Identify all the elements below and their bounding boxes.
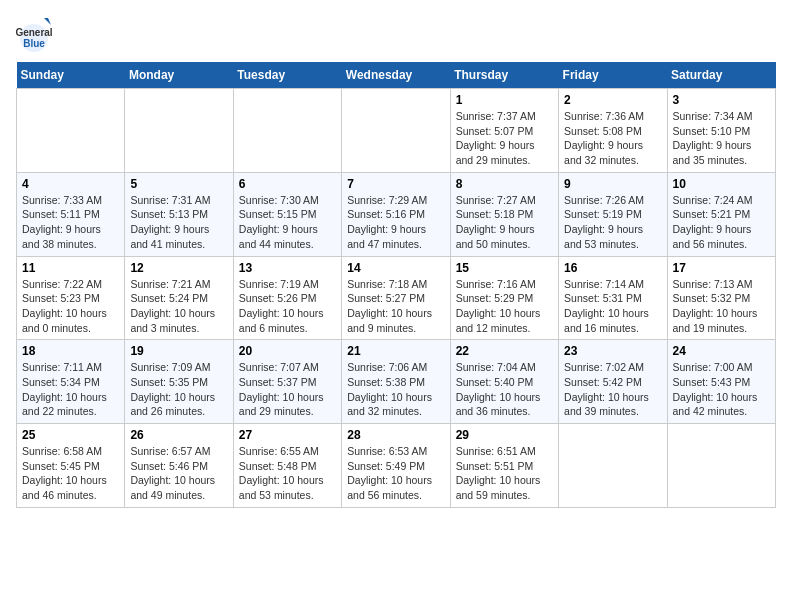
calendar-cell: 2Sunrise: 7:36 AM Sunset: 5:08 PM Daylig… bbox=[559, 89, 667, 173]
day-info: Sunrise: 7:11 AM Sunset: 5:34 PM Dayligh… bbox=[22, 360, 119, 419]
day-number: 11 bbox=[22, 261, 119, 275]
day-number: 8 bbox=[456, 177, 553, 191]
calendar-week-2: 4Sunrise: 7:33 AM Sunset: 5:11 PM Daylig… bbox=[17, 172, 776, 256]
day-number: 4 bbox=[22, 177, 119, 191]
calendar-cell: 16Sunrise: 7:14 AM Sunset: 5:31 PM Dayli… bbox=[559, 256, 667, 340]
logo-container: General Blue bbox=[16, 16, 52, 52]
col-header-tuesday: Tuesday bbox=[233, 62, 341, 89]
day-info: Sunrise: 6:58 AM Sunset: 5:45 PM Dayligh… bbox=[22, 444, 119, 503]
calendar-week-3: 11Sunrise: 7:22 AM Sunset: 5:23 PM Dayli… bbox=[17, 256, 776, 340]
day-info: Sunrise: 7:29 AM Sunset: 5:16 PM Dayligh… bbox=[347, 193, 444, 252]
calendar-table: SundayMondayTuesdayWednesdayThursdayFrid… bbox=[16, 62, 776, 508]
day-info: Sunrise: 7:07 AM Sunset: 5:37 PM Dayligh… bbox=[239, 360, 336, 419]
day-info: Sunrise: 6:53 AM Sunset: 5:49 PM Dayligh… bbox=[347, 444, 444, 503]
day-number: 14 bbox=[347, 261, 444, 275]
day-number: 13 bbox=[239, 261, 336, 275]
col-header-monday: Monday bbox=[125, 62, 233, 89]
day-info: Sunrise: 7:26 AM Sunset: 5:19 PM Dayligh… bbox=[564, 193, 661, 252]
svg-text:Blue: Blue bbox=[23, 38, 45, 49]
calendar-cell: 17Sunrise: 7:13 AM Sunset: 5:32 PM Dayli… bbox=[667, 256, 775, 340]
col-header-wednesday: Wednesday bbox=[342, 62, 450, 89]
day-number: 16 bbox=[564, 261, 661, 275]
calendar-week-1: 1Sunrise: 7:37 AM Sunset: 5:07 PM Daylig… bbox=[17, 89, 776, 173]
calendar-cell: 14Sunrise: 7:18 AM Sunset: 5:27 PM Dayli… bbox=[342, 256, 450, 340]
day-info: Sunrise: 7:34 AM Sunset: 5:10 PM Dayligh… bbox=[673, 109, 770, 168]
calendar-cell: 22Sunrise: 7:04 AM Sunset: 5:40 PM Dayli… bbox=[450, 340, 558, 424]
calendar-week-5: 25Sunrise: 6:58 AM Sunset: 5:45 PM Dayli… bbox=[17, 424, 776, 508]
day-info: Sunrise: 6:55 AM Sunset: 5:48 PM Dayligh… bbox=[239, 444, 336, 503]
day-info: Sunrise: 7:19 AM Sunset: 5:26 PM Dayligh… bbox=[239, 277, 336, 336]
day-number: 3 bbox=[673, 93, 770, 107]
day-number: 22 bbox=[456, 344, 553, 358]
day-number: 9 bbox=[564, 177, 661, 191]
day-number: 27 bbox=[239, 428, 336, 442]
logo: General Blue bbox=[16, 16, 52, 52]
calendar-cell: 21Sunrise: 7:06 AM Sunset: 5:38 PM Dayli… bbox=[342, 340, 450, 424]
day-info: Sunrise: 7:22 AM Sunset: 5:23 PM Dayligh… bbox=[22, 277, 119, 336]
calendar-cell bbox=[125, 89, 233, 173]
day-info: Sunrise: 7:37 AM Sunset: 5:07 PM Dayligh… bbox=[456, 109, 553, 168]
calendar-cell: 26Sunrise: 6:57 AM Sunset: 5:46 PM Dayli… bbox=[125, 424, 233, 508]
day-info: Sunrise: 7:31 AM Sunset: 5:13 PM Dayligh… bbox=[130, 193, 227, 252]
calendar-cell: 10Sunrise: 7:24 AM Sunset: 5:21 PM Dayli… bbox=[667, 172, 775, 256]
day-number: 5 bbox=[130, 177, 227, 191]
day-number: 24 bbox=[673, 344, 770, 358]
calendar-cell: 4Sunrise: 7:33 AM Sunset: 5:11 PM Daylig… bbox=[17, 172, 125, 256]
day-number: 15 bbox=[456, 261, 553, 275]
calendar-cell bbox=[342, 89, 450, 173]
calendar-header-row: SundayMondayTuesdayWednesdayThursdayFrid… bbox=[17, 62, 776, 89]
day-info: Sunrise: 7:02 AM Sunset: 5:42 PM Dayligh… bbox=[564, 360, 661, 419]
calendar-cell: 20Sunrise: 7:07 AM Sunset: 5:37 PM Dayli… bbox=[233, 340, 341, 424]
calendar-cell: 27Sunrise: 6:55 AM Sunset: 5:48 PM Dayli… bbox=[233, 424, 341, 508]
day-number: 17 bbox=[673, 261, 770, 275]
col-header-thursday: Thursday bbox=[450, 62, 558, 89]
calendar-cell: 25Sunrise: 6:58 AM Sunset: 5:45 PM Dayli… bbox=[17, 424, 125, 508]
day-info: Sunrise: 6:51 AM Sunset: 5:51 PM Dayligh… bbox=[456, 444, 553, 503]
day-info: Sunrise: 7:27 AM Sunset: 5:18 PM Dayligh… bbox=[456, 193, 553, 252]
col-header-saturday: Saturday bbox=[667, 62, 775, 89]
calendar-cell: 11Sunrise: 7:22 AM Sunset: 5:23 PM Dayli… bbox=[17, 256, 125, 340]
calendar-cell: 8Sunrise: 7:27 AM Sunset: 5:18 PM Daylig… bbox=[450, 172, 558, 256]
day-number: 25 bbox=[22, 428, 119, 442]
calendar-cell: 19Sunrise: 7:09 AM Sunset: 5:35 PM Dayli… bbox=[125, 340, 233, 424]
day-info: Sunrise: 7:14 AM Sunset: 5:31 PM Dayligh… bbox=[564, 277, 661, 336]
svg-marker-3 bbox=[44, 18, 51, 25]
day-info: Sunrise: 7:13 AM Sunset: 5:32 PM Dayligh… bbox=[673, 277, 770, 336]
day-info: Sunrise: 7:06 AM Sunset: 5:38 PM Dayligh… bbox=[347, 360, 444, 419]
day-number: 1 bbox=[456, 93, 553, 107]
day-number: 29 bbox=[456, 428, 553, 442]
calendar-cell: 13Sunrise: 7:19 AM Sunset: 5:26 PM Dayli… bbox=[233, 256, 341, 340]
day-info: Sunrise: 7:36 AM Sunset: 5:08 PM Dayligh… bbox=[564, 109, 661, 168]
day-info: Sunrise: 7:16 AM Sunset: 5:29 PM Dayligh… bbox=[456, 277, 553, 336]
day-info: Sunrise: 6:57 AM Sunset: 5:46 PM Dayligh… bbox=[130, 444, 227, 503]
day-number: 10 bbox=[673, 177, 770, 191]
day-number: 19 bbox=[130, 344, 227, 358]
day-info: Sunrise: 7:33 AM Sunset: 5:11 PM Dayligh… bbox=[22, 193, 119, 252]
page-header: General Blue bbox=[16, 16, 776, 52]
day-number: 18 bbox=[22, 344, 119, 358]
day-number: 7 bbox=[347, 177, 444, 191]
day-number: 28 bbox=[347, 428, 444, 442]
calendar-cell bbox=[17, 89, 125, 173]
day-number: 20 bbox=[239, 344, 336, 358]
calendar-cell: 9Sunrise: 7:26 AM Sunset: 5:19 PM Daylig… bbox=[559, 172, 667, 256]
calendar-cell: 15Sunrise: 7:16 AM Sunset: 5:29 PM Dayli… bbox=[450, 256, 558, 340]
day-info: Sunrise: 7:24 AM Sunset: 5:21 PM Dayligh… bbox=[673, 193, 770, 252]
calendar-cell bbox=[559, 424, 667, 508]
day-info: Sunrise: 7:04 AM Sunset: 5:40 PM Dayligh… bbox=[456, 360, 553, 419]
day-number: 6 bbox=[239, 177, 336, 191]
calendar-cell: 7Sunrise: 7:29 AM Sunset: 5:16 PM Daylig… bbox=[342, 172, 450, 256]
calendar-cell: 3Sunrise: 7:34 AM Sunset: 5:10 PM Daylig… bbox=[667, 89, 775, 173]
day-number: 23 bbox=[564, 344, 661, 358]
day-number: 26 bbox=[130, 428, 227, 442]
calendar-cell: 24Sunrise: 7:00 AM Sunset: 5:43 PM Dayli… bbox=[667, 340, 775, 424]
day-info: Sunrise: 7:00 AM Sunset: 5:43 PM Dayligh… bbox=[673, 360, 770, 419]
svg-text:General: General bbox=[16, 27, 52, 38]
day-number: 2 bbox=[564, 93, 661, 107]
day-info: Sunrise: 7:09 AM Sunset: 5:35 PM Dayligh… bbox=[130, 360, 227, 419]
day-info: Sunrise: 7:30 AM Sunset: 5:15 PM Dayligh… bbox=[239, 193, 336, 252]
calendar-cell: 28Sunrise: 6:53 AM Sunset: 5:49 PM Dayli… bbox=[342, 424, 450, 508]
calendar-cell: 18Sunrise: 7:11 AM Sunset: 5:34 PM Dayli… bbox=[17, 340, 125, 424]
calendar-cell bbox=[233, 89, 341, 173]
day-number: 12 bbox=[130, 261, 227, 275]
